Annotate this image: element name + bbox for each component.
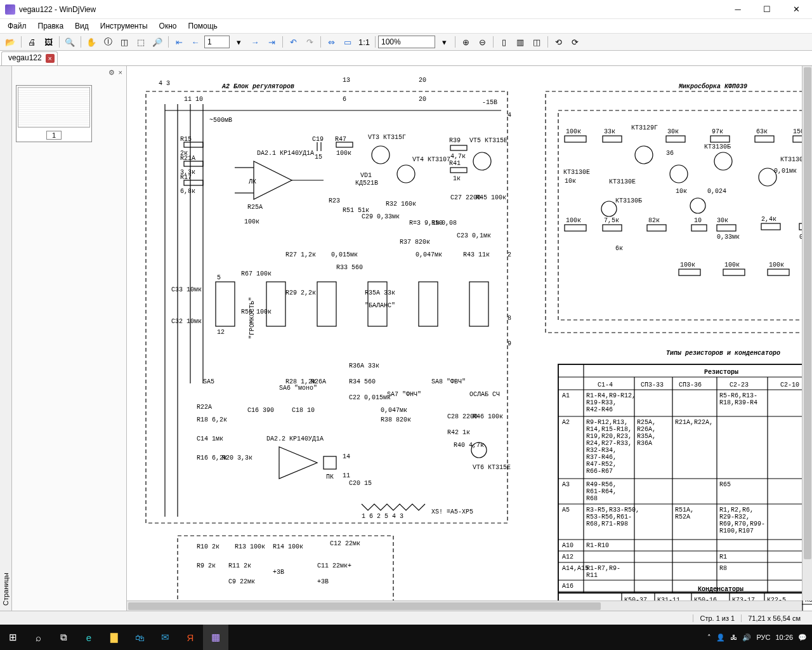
last-page-icon[interactable]: ⇥: [264, 35, 279, 49]
svg-text:R1-R4,R9-R12,: R1-R4,R9-R12,: [586, 392, 636, 399]
menu-file[interactable]: Файл: [3, 20, 32, 32]
svg-text:2: 2: [508, 251, 511, 258]
start-icon[interactable]: ⊞: [0, 625, 25, 650]
layout-cont-icon[interactable]: ▥: [513, 35, 528, 49]
hand-icon[interactable]: ✋: [84, 35, 99, 49]
svg-text:4   3: 4 3: [159, 80, 170, 87]
svg-text:6к: 6к: [615, 245, 623, 252]
minimize-button[interactable]: ─: [723, 0, 752, 19]
svg-text:VT4
КТ3107: VT4 КТ3107: [412, 156, 450, 163]
page-thumbnail[interactable]: 1: [16, 85, 92, 142]
svg-text:R25A,: R25A,: [637, 419, 656, 426]
svg-point-159: [714, 152, 732, 170]
svg-text:"БАЛАНС": "БАЛАНС": [365, 302, 395, 309]
svg-text:20: 20: [419, 96, 426, 103]
first-page-icon[interactable]: ⇤: [171, 35, 187, 49]
svg-rect-196: [679, 269, 700, 275]
sidebar-settings-icon[interactable]: ⚙: [108, 69, 115, 77]
svg-text:R47-R52,: R47-R52,: [586, 461, 617, 468]
doc-tab[interactable]: vegau122 ×: [1, 51, 58, 65]
store-icon[interactable]: 🛍: [127, 625, 152, 650]
zoom-rect-icon[interactable]: ⬚: [133, 35, 148, 49]
svg-text:R65: R65: [719, 481, 731, 488]
svg-text:100к: 100к: [769, 262, 784, 269]
back-icon[interactable]: ↶: [285, 35, 301, 49]
svg-text:VT6
КТ315Е: VT6 КТ315Е: [473, 464, 511, 471]
export-icon[interactable]: 🖼: [41, 35, 56, 49]
tray-notif-icon[interactable]: 💬: [798, 633, 807, 642]
svg-text:КТ3130Б: КТ3130Б: [704, 143, 731, 150]
fit-page-icon[interactable]: ▭: [340, 35, 355, 49]
tray-up-icon[interactable]: ˄: [707, 633, 711, 642]
select-icon[interactable]: Ⓘ: [100, 35, 115, 49]
layout-single-icon[interactable]: ▯: [496, 35, 511, 49]
tray-lang[interactable]: РУС: [756, 633, 770, 641]
tray-net-icon[interactable]: 🖧: [730, 633, 737, 641]
svg-text:-15В: -15В: [482, 99, 497, 106]
zoom-in-icon[interactable]: ⊕: [458, 35, 473, 49]
svg-point-32: [372, 146, 390, 164]
svg-text:КТ3130Б: КТ3130Б: [615, 197, 642, 204]
svg-text:8: 8: [508, 315, 511, 322]
sidebar-close-icon[interactable]: ×: [119, 69, 122, 77]
sidebar-tab-pages[interactable]: Страницы: [0, 66, 12, 611]
menu-window[interactable]: Окно: [154, 20, 182, 32]
svg-text:0,01мк: 0,01мк: [774, 168, 797, 175]
svg-text:R13 100к: R13 100к: [235, 543, 265, 550]
svg-text:R50: R50: [431, 220, 443, 227]
tray-vol-icon[interactable]: 🔊: [742, 633, 751, 642]
svg-rect-19: [184, 161, 203, 166]
sidebar: Страницы ⚙ × 1: [0, 66, 127, 611]
layout-facing-icon[interactable]: ◫: [529, 35, 544, 49]
page-dd-icon[interactable]: ▾: [231, 35, 246, 49]
windjview-icon[interactable]: ▩: [203, 625, 228, 650]
print-icon[interactable]: 🖨: [24, 35, 39, 49]
find-icon[interactable]: 🔍: [62, 35, 77, 49]
zoom-dd-icon[interactable]: ▾: [436, 35, 452, 49]
loupe-icon[interactable]: 🔎: [150, 35, 165, 49]
tabstrip: vegau122 ×: [0, 51, 812, 66]
menu-view[interactable]: Вид: [70, 20, 94, 32]
menu-help[interactable]: Помощь: [183, 20, 223, 32]
tray-time[interactable]: 10:26: [775, 633, 793, 641]
svg-text:7,5к: 7,5к: [604, 217, 619, 224]
menu-tools[interactable]: Инструменты: [95, 20, 153, 32]
maximize-button[interactable]: ☐: [752, 0, 782, 19]
taskbar: ⊞ ⌕ ⧉ e ▇ 🛍 ✉ Я ▩ ˄ 👤 🖧 🔊 РУС 10:26 💬: [0, 625, 812, 650]
close-tab-icon[interactable]: ×: [46, 54, 55, 63]
next-page-icon[interactable]: →: [247, 35, 263, 49]
marquee-icon[interactable]: ◫: [117, 35, 132, 49]
rotate-l-icon[interactable]: ⟲: [551, 35, 566, 49]
yandex-icon[interactable]: Я: [178, 625, 203, 650]
prev-page-icon[interactable]: ←: [188, 35, 203, 49]
svg-text:SA6
"моно": SA6 "моно": [279, 385, 317, 392]
svg-text:A10: A10: [562, 542, 573, 549]
menu-edit[interactable]: Правка: [33, 20, 69, 32]
explorer-icon[interactable]: ▇: [102, 625, 127, 650]
rotate-r-icon[interactable]: ⟳: [567, 35, 582, 49]
page-input[interactable]: [204, 36, 230, 48]
mail-icon[interactable]: ✉: [152, 625, 178, 650]
taskview-icon[interactable]: ⧉: [51, 625, 76, 650]
fit-width-icon[interactable]: ⇔: [324, 35, 339, 49]
systray[interactable]: ˄ 👤 🖧 🔊 РУС 10:26 💬: [702, 633, 812, 642]
zoom-out-icon[interactable]: ⊖: [475, 35, 490, 49]
open-icon[interactable]: 📂: [3, 35, 18, 49]
svg-text:R19,R20,R23,: R19,R20,R23,: [586, 433, 632, 440]
edge-icon[interactable]: e: [76, 625, 102, 650]
fwd-icon[interactable]: ↷: [302, 35, 317, 49]
svg-text:13: 13: [343, 77, 350, 84]
zoom-input[interactable]: [378, 36, 435, 48]
scrollbar-vertical[interactable]: [802, 66, 812, 600]
actual-icon[interactable]: 1:1: [357, 35, 372, 49]
svg-text:R42 1к: R42 1к: [447, 429, 470, 436]
svg-text:10: 10: [694, 217, 702, 224]
svg-text:A3: A3: [562, 481, 570, 488]
tray-people-icon[interactable]: 👤: [716, 633, 725, 642]
search-icon[interactable]: ⌕: [25, 625, 51, 650]
scrollbar-horizontal[interactable]: [127, 600, 802, 611]
svg-text:R29-R32,: R29-R32,: [719, 514, 750, 521]
document-viewer[interactable]: А2 Блок регуляторов Микросборка КФП039 Т…: [127, 66, 812, 611]
svg-text:A16: A16: [562, 583, 573, 590]
close-button[interactable]: ✕: [782, 0, 811, 19]
